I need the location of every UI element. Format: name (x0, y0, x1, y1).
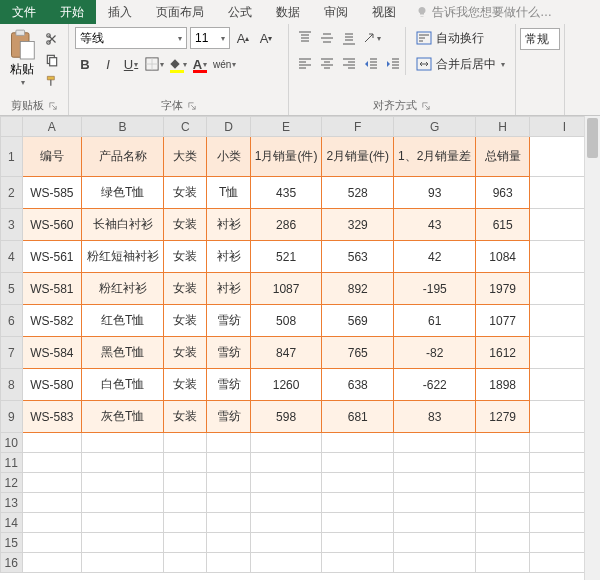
align-top-button[interactable] (295, 27, 315, 49)
table-cell[interactable]: 灰色T恤 (82, 401, 164, 433)
border-button[interactable]: ▾ (144, 53, 164, 75)
cell[interactable] (476, 513, 529, 533)
align-bottom-button[interactable] (339, 27, 359, 49)
cell[interactable] (394, 433, 476, 453)
cell[interactable] (322, 553, 394, 573)
row-header[interactable]: 11 (1, 453, 23, 473)
table-cell[interactable]: 雪纺 (207, 369, 250, 401)
number-format-select[interactable]: 常规 (520, 28, 560, 50)
cell[interactable] (82, 553, 164, 573)
table-cell[interactable]: 雪纺 (207, 305, 250, 337)
row-header[interactable]: 6 (1, 305, 23, 337)
table-cell[interactable]: 765 (322, 337, 394, 369)
orientation-button[interactable]: ▾ (361, 27, 381, 49)
wrap-text-button[interactable]: 自动换行 (412, 27, 509, 49)
cell[interactable] (82, 493, 164, 513)
table-cell[interactable]: 雪纺 (207, 401, 250, 433)
table-cell[interactable]: 女装 (164, 305, 207, 337)
cell[interactable] (394, 453, 476, 473)
table-cell[interactable]: 1279 (476, 401, 529, 433)
cell[interactable] (322, 513, 394, 533)
table-cell[interactable]: 61 (394, 305, 476, 337)
cell[interactable] (250, 513, 322, 533)
col-header[interactable]: B (82, 117, 164, 137)
tab-insert[interactable]: 插入 (96, 0, 144, 24)
table-cell[interactable]: 女装 (164, 209, 207, 241)
cell[interactable] (207, 513, 250, 533)
table-cell[interactable]: WS-583 (22, 401, 82, 433)
cell[interactable] (476, 433, 529, 453)
cell[interactable] (322, 453, 394, 473)
cell[interactable] (476, 453, 529, 473)
table-cell[interactable]: 286 (250, 209, 322, 241)
row-header[interactable]: 4 (1, 241, 23, 273)
tab-file[interactable]: 文件 (0, 0, 48, 24)
table-cell[interactable]: 女装 (164, 177, 207, 209)
row-header[interactable]: 12 (1, 473, 23, 493)
table-cell[interactable]: -622 (394, 369, 476, 401)
row-header[interactable]: 16 (1, 553, 23, 573)
table-cell[interactable]: 508 (250, 305, 322, 337)
table-cell[interactable]: 1077 (476, 305, 529, 337)
fill-color-button[interactable]: ▾ (167, 53, 187, 75)
tab-view[interactable]: 视图 (360, 0, 408, 24)
cell[interactable] (476, 533, 529, 553)
table-cell[interactable]: 435 (250, 177, 322, 209)
cell[interactable] (394, 553, 476, 573)
worksheet-grid[interactable]: ABCDEFGHI1编号产品名称大类小类1月销量(件)2月销量(件)1、2月销量… (0, 116, 600, 580)
cell[interactable] (82, 473, 164, 493)
increase-font-button[interactable]: A▴ (233, 27, 253, 49)
row-header[interactable]: 15 (1, 533, 23, 553)
table-cell[interactable]: T恤 (207, 177, 250, 209)
cell[interactable] (322, 533, 394, 553)
align-left-button[interactable] (295, 53, 315, 75)
tab-review[interactable]: 审阅 (312, 0, 360, 24)
table-cell[interactable]: -82 (394, 337, 476, 369)
table-cell[interactable]: WS-580 (22, 369, 82, 401)
cell[interactable] (250, 433, 322, 453)
row-header[interactable]: 9 (1, 401, 23, 433)
cell[interactable] (22, 553, 82, 573)
align-right-button[interactable] (339, 53, 359, 75)
row-header[interactable]: 5 (1, 273, 23, 305)
table-cell[interactable]: 83 (394, 401, 476, 433)
table-cell[interactable]: 1260 (250, 369, 322, 401)
decrease-indent-button[interactable] (361, 53, 381, 75)
table-cell[interactable]: 长袖白衬衫 (82, 209, 164, 241)
row-header[interactable]: 3 (1, 209, 23, 241)
cell[interactable] (250, 533, 322, 553)
table-cell[interactable]: 615 (476, 209, 529, 241)
row-header[interactable]: 7 (1, 337, 23, 369)
cell[interactable] (164, 493, 207, 513)
cell[interactable] (394, 513, 476, 533)
table-header-cell[interactable]: 大类 (164, 137, 207, 177)
font-size-select[interactable]: 11▾ (190, 27, 230, 49)
table-cell[interactable]: 681 (322, 401, 394, 433)
cell[interactable] (207, 473, 250, 493)
tab-home[interactable]: 开始 (48, 0, 96, 24)
table-cell[interactable]: 衬衫 (207, 209, 250, 241)
table-header-cell[interactable]: 1、2月销量差 (394, 137, 476, 177)
bold-button[interactable]: B (75, 53, 95, 75)
cell[interactable] (250, 553, 322, 573)
cell[interactable] (476, 553, 529, 573)
col-header[interactable]: F (322, 117, 394, 137)
cell[interactable] (394, 533, 476, 553)
cell[interactable] (207, 533, 250, 553)
cell[interactable] (476, 473, 529, 493)
table-cell[interactable]: WS-561 (22, 241, 82, 273)
table-cell[interactable]: 847 (250, 337, 322, 369)
row-header[interactable]: 8 (1, 369, 23, 401)
cell[interactable] (22, 453, 82, 473)
table-cell[interactable]: 963 (476, 177, 529, 209)
cell[interactable] (322, 433, 394, 453)
row-header[interactable]: 1 (1, 137, 23, 177)
align-center-button[interactable] (317, 53, 337, 75)
table-header-cell[interactable]: 产品名称 (82, 137, 164, 177)
table-cell[interactable]: 42 (394, 241, 476, 273)
table-cell[interactable]: 粉红衬衫 (82, 273, 164, 305)
paste-button[interactable]: 粘贴 ▾ (6, 27, 38, 90)
font-color-button[interactable]: A▾ (190, 53, 210, 75)
table-cell[interactable]: 衬衫 (207, 241, 250, 273)
scroll-thumb[interactable] (587, 118, 598, 158)
